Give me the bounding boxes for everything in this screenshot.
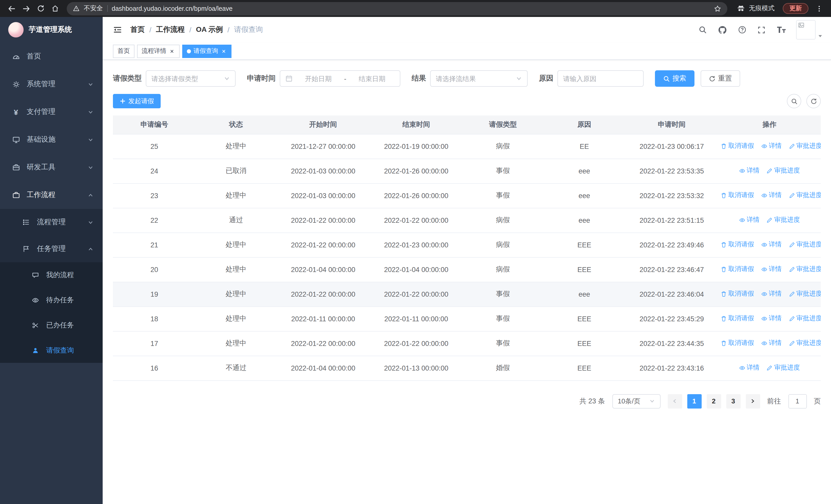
cancel-leave-link[interactable]: 取消请假 xyxy=(721,290,754,298)
goto-page-input[interactable] xyxy=(789,394,806,408)
progress-link[interactable]: 审批进度 xyxy=(789,339,821,348)
help-button[interactable] xyxy=(737,25,747,35)
sidebar-item-leave-query[interactable]: 请假查询 xyxy=(0,338,103,363)
next-page-button[interactable] xyxy=(746,394,760,408)
result-select[interactable] xyxy=(430,70,528,87)
browser-back-button[interactable] xyxy=(5,2,19,15)
view-icon xyxy=(761,340,767,347)
sidebar-item-infrastructure[interactable]: 基础设施 xyxy=(0,126,103,153)
progress-link[interactable]: 审批进度 xyxy=(789,240,821,249)
detail-label: 详情 xyxy=(747,167,760,175)
cell-status: 处理中 xyxy=(196,331,277,356)
page-size-input[interactable] xyxy=(618,397,646,405)
sidebar-item-process-management[interactable]: 流程管理 xyxy=(0,209,103,236)
page-size-select[interactable] xyxy=(612,394,660,408)
close-icon[interactable] xyxy=(169,48,175,54)
breadcrumb-item-oa-example[interactable]: OA 示例 xyxy=(196,25,223,34)
cell-apply-id: 16 xyxy=(113,356,196,380)
tab-process-detail[interactable]: 流程详情 xyxy=(137,45,180,58)
progress-link[interactable]: 审批进度 xyxy=(789,314,821,323)
progress-link[interactable]: 审批进度 xyxy=(789,191,821,200)
toggle-search-button[interactable] xyxy=(787,94,801,108)
cancel-leave-link[interactable]: 取消请假 xyxy=(721,240,754,249)
progress-link[interactable]: 审批进度 xyxy=(789,290,821,298)
leave-type-select[interactable] xyxy=(146,70,236,87)
detail-link[interactable]: 详情 xyxy=(761,339,782,348)
progress-link[interactable]: 审批进度 xyxy=(767,216,800,225)
end-date-input[interactable] xyxy=(349,75,395,82)
cell-apply-time: 2022-01-22 23:45:29 xyxy=(625,306,718,331)
apply-time-range-picker[interactable]: - xyxy=(280,70,400,87)
reason-input-box[interactable] xyxy=(557,70,643,87)
progress-link[interactable]: 审批进度 xyxy=(789,265,821,274)
sidebar-item-devtools[interactable]: 研发工具 xyxy=(0,153,103,181)
search-icon xyxy=(663,75,670,82)
result-select-input[interactable] xyxy=(436,75,513,82)
tab-home[interactable]: 首页 xyxy=(113,45,135,58)
sidebar-item-workflow[interactable]: 工作流程 xyxy=(0,181,103,209)
refresh-table-button[interactable] xyxy=(806,94,821,108)
font-size-button[interactable] xyxy=(776,25,787,34)
cancel-leave-link[interactable]: 取消请假 xyxy=(721,191,754,200)
create-leave-button[interactable]: 发起请假 xyxy=(113,94,161,108)
reason-input[interactable] xyxy=(563,75,638,82)
page-number-button[interactable]: 1 xyxy=(687,394,701,408)
breadcrumb-item-home[interactable]: 首页 xyxy=(131,25,145,34)
tab-leave-query[interactable]: 请假查询 xyxy=(182,45,231,58)
leave-type-select-input[interactable] xyxy=(151,75,221,82)
github-link-button[interactable] xyxy=(717,24,728,35)
edit-icon xyxy=(789,242,795,248)
col-start-time: 开始时间 xyxy=(277,116,370,134)
app-logo[interactable]: 芋道管理系统 xyxy=(0,17,103,42)
address-bar[interactable]: 不安全 dashboard.yudao.iocoder.cn/bpm/oa/le… xyxy=(67,2,727,15)
cancel-leave-link[interactable]: 取消请假 xyxy=(721,339,754,348)
bookmark-star-icon[interactable] xyxy=(714,5,721,12)
start-date-input[interactable] xyxy=(296,75,341,82)
fullscreen-button[interactable] xyxy=(756,25,766,35)
detail-link[interactable]: 详情 xyxy=(739,216,760,225)
prev-page-button[interactable] xyxy=(667,394,682,408)
goto-label: 前往 xyxy=(767,396,781,406)
table-row: 18 处理中 2022-01-11 00:00:00 2022-01-11 00… xyxy=(113,306,821,331)
gear-icon xyxy=(10,80,22,88)
browser-forward-button[interactable] xyxy=(20,2,33,15)
detail-link[interactable]: 详情 xyxy=(761,314,782,323)
cancel-leave-link[interactable]: 取消请假 xyxy=(721,142,754,151)
sidebar-item-my-process[interactable]: 我的流程 xyxy=(0,262,103,288)
progress-link[interactable]: 审批进度 xyxy=(789,142,821,151)
detail-link[interactable]: 详情 xyxy=(739,167,760,175)
update-button[interactable]: 更新 xyxy=(783,3,808,14)
browser-home-button[interactable] xyxy=(48,2,62,15)
detail-link[interactable]: 详情 xyxy=(739,364,760,373)
page-number-button[interactable]: 2 xyxy=(707,394,721,408)
right-toolbar xyxy=(787,94,821,108)
incognito-label: 无痕模式 xyxy=(749,4,775,13)
browser-menu-button[interactable] xyxy=(812,2,826,15)
detail-link[interactable]: 详情 xyxy=(761,191,782,200)
sidebar-item-todo-tasks[interactable]: 待办任务 xyxy=(0,288,103,313)
progress-link[interactable]: 审批进度 xyxy=(767,364,800,373)
search-button[interactable]: 搜索 xyxy=(655,70,694,87)
detail-link[interactable]: 详情 xyxy=(761,240,782,249)
header-search-button[interactable] xyxy=(697,25,708,35)
detail-link[interactable]: 详情 xyxy=(761,265,782,274)
reset-button[interactable]: 重置 xyxy=(700,70,740,87)
sidebar-item-task-management[interactable]: 任务管理 xyxy=(0,236,103,262)
sidebar-item-home[interactable]: 首页 xyxy=(0,42,103,70)
detail-link[interactable]: 详情 xyxy=(761,290,782,298)
user-menu[interactable] xyxy=(796,20,823,39)
browser-reload-button[interactable] xyxy=(34,2,47,15)
progress-label: 审批进度 xyxy=(774,364,800,373)
sidebar-item-system[interactable]: 系统管理 xyxy=(0,70,103,98)
sidebar-collapse-button[interactable] xyxy=(111,23,124,36)
sidebar-item-done-tasks[interactable]: 已办任务 xyxy=(0,313,103,338)
detail-link[interactable]: 详情 xyxy=(761,142,782,151)
progress-link[interactable]: 审批进度 xyxy=(767,167,800,175)
breadcrumb-item-workflow[interactable]: 工作流程 xyxy=(156,25,185,34)
page-number-button[interactable]: 3 xyxy=(726,394,740,408)
cancel-leave-link[interactable]: 取消请假 xyxy=(721,265,754,274)
close-icon[interactable] xyxy=(221,48,227,54)
view-icon xyxy=(739,365,745,371)
cancel-leave-link[interactable]: 取消请假 xyxy=(721,314,754,323)
sidebar-item-payment[interactable]: ¥ 支付管理 xyxy=(0,98,103,126)
